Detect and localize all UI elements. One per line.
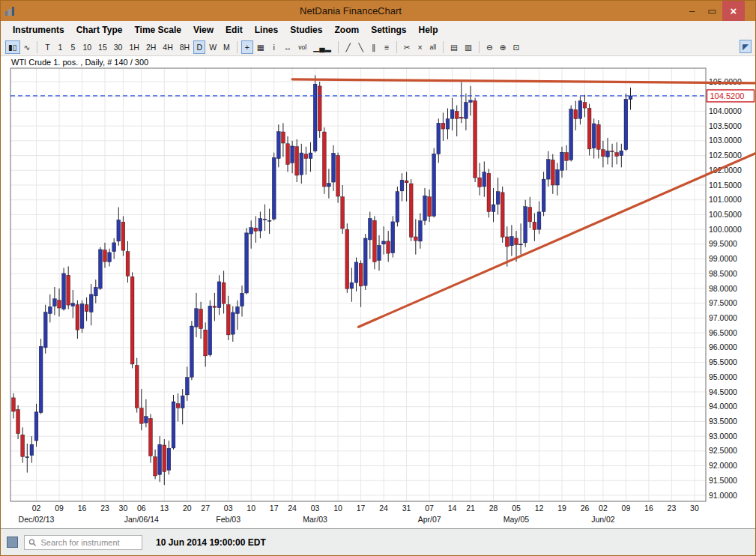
svg-text:02: 02 [32,504,41,513]
menu-item-zoom[interactable]: Zoom [328,23,365,37]
svg-text:12: 12 [535,504,544,513]
svg-text:99.5000: 99.5000 [709,239,737,248]
title-bar[interactable]: NetDania FinanceChart – ▭ × [1,1,755,21]
svg-text:May/05: May/05 [504,515,530,524]
svg-text:13: 13 [160,504,169,513]
svg-text:Dec/02/13: Dec/02/13 [19,515,55,524]
timescale-5m-button[interactable]: 5 [67,40,79,54]
candlestick-chart[interactable]: 105.0000104.5000104.0000103.5000103.0000… [1,56,755,528]
instrument-label: WTI Crude 1. pos. , Daily, # 140 / 300 [11,58,148,67]
svg-text:92.5000: 92.5000 [709,446,737,455]
pan-button[interactable]: ↔ [281,40,295,54]
svg-text:30: 30 [690,504,699,513]
svg-text:03: 03 [311,504,320,513]
toolbar: ▮▯∿T151015301H2H4H8HDWM+▦i↔vol▁▄▂╱╲∥≡✂×a… [1,38,755,56]
svg-text:21: 21 [466,504,475,513]
zoom-in-button[interactable]: ⊕ [497,40,509,54]
menu-item-edit[interactable]: Edit [220,23,249,37]
svg-text:20: 20 [183,504,192,513]
svg-text:95.5000: 95.5000 [709,357,737,366]
svg-text:104.0000: 104.0000 [709,106,742,115]
draw-ray-button[interactable]: ╲ [355,40,367,54]
svg-text:94.0000: 94.0000 [709,402,737,411]
app-window: NetDania FinanceChart – ▭ × InstrumentsC… [0,0,756,556]
timescale-1m-button[interactable]: 1 [54,40,66,54]
svg-text:10: 10 [247,504,255,513]
timescale-15m-button[interactable]: 15 [95,40,110,54]
draw-fibonacci-button[interactable]: ≡ [381,40,393,54]
timescale-30m-button[interactable]: 30 [111,40,126,54]
minimize-button[interactable]: – [682,1,702,21]
menu-item-help[interactable]: Help [412,23,444,37]
toolbar-separator [237,41,238,53]
timescale-10m-button[interactable]: 10 [79,40,94,54]
svg-text:10: 10 [333,504,342,513]
info-button[interactable]: i [268,40,280,54]
toolbar-separator [443,41,444,53]
draw-channel-button[interactable]: ∥ [368,40,380,54]
svg-text:23: 23 [100,504,109,513]
svg-text:09: 09 [622,504,631,513]
search-icon [28,538,36,547]
timescale-8h-button[interactable]: 8H [177,40,193,54]
svg-text:09: 09 [55,504,64,513]
svg-text:105.0000: 105.0000 [709,77,742,86]
panel-toggle-button[interactable]: ◤ [740,40,752,53]
maximize-button[interactable]: ▭ [702,1,722,21]
timestamp: 10 Jun 2014 19:00:00 EDT [156,537,266,548]
crosshair-button[interactable]: + [241,40,253,54]
svg-text:Apr/07: Apr/07 [418,515,441,524]
svg-text:92.0000: 92.0000 [709,461,737,470]
zoom-out-button[interactable]: ⊖ [483,40,496,54]
svg-text:16: 16 [644,504,653,513]
svg-text:91.5000: 91.5000 [709,476,737,485]
timescale-tick-button[interactable]: T [41,40,53,54]
timescale-weekly-button[interactable]: W [206,40,220,54]
menu-item-chart-type[interactable]: Chart Type [70,23,129,37]
chart-type-line-button[interactable]: ∿ [21,40,34,54]
print-button[interactable]: ▤ [447,40,461,54]
menu-item-time-scale[interactable]: Time Scale [128,23,187,37]
volume-button[interactable]: vol [295,40,309,54]
histogram-button[interactable]: ▁▄▂ [310,40,334,54]
svg-text:16: 16 [78,504,87,513]
timescale-4h-button[interactable]: 4H [160,40,175,54]
panel-grip-icon[interactable] [7,537,18,548]
trendlines[interactable] [292,79,755,327]
svg-text:03: 03 [224,504,233,513]
timescale-daily-button[interactable]: D [193,40,205,54]
timescale-2h-button[interactable]: 2H [143,40,159,54]
svg-text:26: 26 [581,504,590,513]
svg-text:99.0000: 99.0000 [709,254,737,263]
remove-selected-button[interactable]: × [414,40,426,54]
menu-item-instruments[interactable]: Instruments [7,23,70,37]
svg-text:98.0000: 98.0000 [709,284,737,293]
svg-text:104.5200: 104.5200 [710,91,745,100]
svg-text:06: 06 [137,504,146,513]
svg-text:24: 24 [288,504,297,513]
menu-item-lines[interactable]: Lines [249,23,284,37]
chart-type-candlestick-button[interactable]: ▮▯ [5,40,20,54]
remove-line-button[interactable]: ✂ [401,40,414,54]
timescale-monthly-button[interactable]: M [220,40,233,54]
svg-text:100.0000: 100.0000 [709,225,742,234]
close-button[interactable]: × [722,1,745,21]
zoom-reset-button[interactable]: ⊡ [510,40,523,54]
timescale-1h-button[interactable]: 1H [126,40,142,54]
grid-button[interactable]: ▦ [254,40,267,54]
price-axis: 105.0000104.5000104.0000103.5000103.0000… [709,77,742,500]
search-box[interactable] [24,535,142,550]
svg-text:Jan/06/14: Jan/06/14 [124,515,159,524]
menu-item-settings[interactable]: Settings [365,23,412,37]
search-input[interactable] [39,537,138,548]
menu-item-view[interactable]: View [187,23,220,37]
remove-all-button[interactable]: all [427,40,440,54]
print-preview-button[interactable]: ▥ [462,40,475,54]
svg-text:96.0000: 96.0000 [709,342,737,351]
svg-text:Jun/02: Jun/02 [591,515,615,524]
svg-text:24: 24 [379,504,388,513]
draw-trendline-button[interactable]: ╱ [342,40,354,54]
toolbar-separator [338,41,339,53]
svg-text:Feb/03: Feb/03 [216,515,241,524]
menu-item-studies[interactable]: Studies [284,23,328,37]
